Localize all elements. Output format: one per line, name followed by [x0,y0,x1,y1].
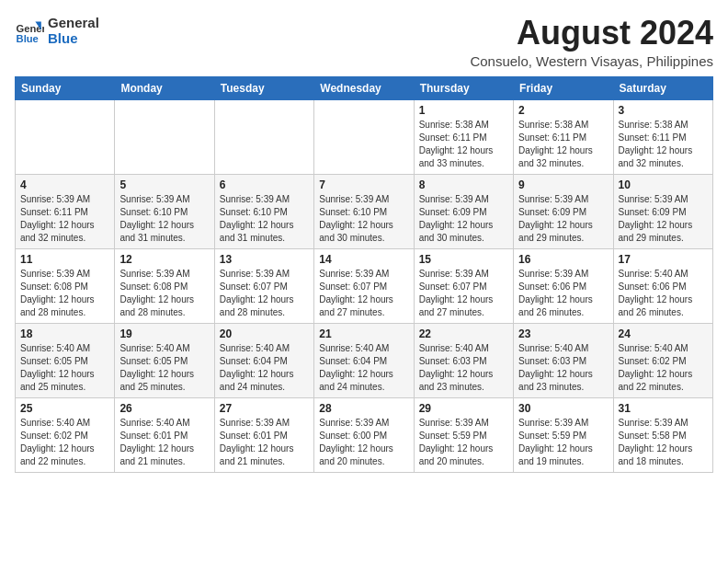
day-info: Sunrise: 5:39 AM Sunset: 5:58 PM Dayligh… [619,417,708,468]
day-cell: 18Sunrise: 5:40 AM Sunset: 6:05 PM Dayli… [16,323,115,397]
week-row-3: 11Sunrise: 5:39 AM Sunset: 6:08 PM Dayli… [16,248,713,323]
logo: General Blue General Blue [15,15,99,46]
day-number: 21 [319,327,408,340]
day-info: Sunrise: 5:39 AM Sunset: 6:10 PM Dayligh… [319,193,408,245]
day-number: 10 [619,178,708,191]
day-info: Sunrise: 5:40 AM Sunset: 6:03 PM Dayligh… [518,342,608,394]
day-info: Sunrise: 5:38 AM Sunset: 6:11 PM Dayligh… [619,119,708,170]
day-number: 31 [619,402,708,415]
week-row-1: 1Sunrise: 5:38 AM Sunset: 6:11 PM Daylig… [16,99,713,174]
day-info: Sunrise: 5:40 AM Sunset: 6:04 PM Dayligh… [319,342,408,394]
day-cell: 28Sunrise: 5:39 AM Sunset: 6:00 PM Dayli… [314,397,414,472]
weekday-header-monday: Monday [115,76,214,99]
day-cell: 23Sunrise: 5:40 AM Sunset: 6:03 PM Dayli… [514,323,613,397]
day-cell: 26Sunrise: 5:40 AM Sunset: 6:01 PM Dayli… [115,397,214,472]
day-cell: 16Sunrise: 5:39 AM Sunset: 6:06 PM Dayli… [514,248,613,323]
day-info: Sunrise: 5:40 AM Sunset: 6:02 PM Dayligh… [619,342,708,394]
day-number: 12 [119,253,209,266]
day-cell [214,99,313,174]
day-cell: 13Sunrise: 5:39 AM Sunset: 6:07 PM Dayli… [214,248,313,323]
day-number: 30 [518,402,608,415]
day-number: 18 [20,327,109,340]
day-number: 2 [518,104,608,117]
weekday-header-thursday: Thursday [414,76,513,99]
day-number: 16 [518,253,608,266]
day-number: 25 [20,402,109,415]
day-info: Sunrise: 5:38 AM Sunset: 6:11 PM Dayligh… [518,119,608,170]
day-info: Sunrise: 5:39 AM Sunset: 6:09 PM Dayligh… [619,193,708,245]
day-cell: 31Sunrise: 5:39 AM Sunset: 5:58 PM Dayli… [613,397,712,472]
day-number: 22 [419,327,508,340]
day-number: 6 [220,178,309,191]
day-cell: 21Sunrise: 5:40 AM Sunset: 6:04 PM Dayli… [314,323,414,397]
day-info: Sunrise: 5:40 AM Sunset: 6:04 PM Dayligh… [220,342,309,394]
day-cell: 8Sunrise: 5:39 AM Sunset: 6:09 PM Daylig… [414,174,513,248]
day-info: Sunrise: 5:40 AM Sunset: 6:05 PM Dayligh… [119,342,209,394]
day-info: Sunrise: 5:40 AM Sunset: 6:02 PM Dayligh… [20,417,109,468]
logo-general: General [48,15,99,30]
day-info: Sunrise: 5:38 AM Sunset: 6:11 PM Dayligh… [419,119,508,170]
day-cell: 9Sunrise: 5:39 AM Sunset: 6:09 PM Daylig… [514,174,613,248]
day-number: 14 [319,253,408,266]
day-cell: 1Sunrise: 5:38 AM Sunset: 6:11 PM Daylig… [414,99,513,174]
week-row-2: 4Sunrise: 5:39 AM Sunset: 6:11 PM Daylig… [16,174,713,248]
day-cell [16,99,115,174]
day-cell [115,99,214,174]
day-cell: 7Sunrise: 5:39 AM Sunset: 6:10 PM Daylig… [314,174,414,248]
day-info: Sunrise: 5:39 AM Sunset: 5:59 PM Dayligh… [419,417,508,468]
day-info: Sunrise: 5:40 AM Sunset: 6:03 PM Dayligh… [419,342,508,394]
svg-text:Blue: Blue [17,33,39,44]
day-number: 15 [419,253,508,266]
day-cell: 4Sunrise: 5:39 AM Sunset: 6:11 PM Daylig… [16,174,115,248]
day-cell: 2Sunrise: 5:38 AM Sunset: 6:11 PM Daylig… [514,99,613,174]
weekday-header-tuesday: Tuesday [214,76,313,99]
day-cell [314,99,414,174]
day-info: Sunrise: 5:39 AM Sunset: 6:00 PM Dayligh… [319,417,408,468]
logo-icon: General Blue [15,16,44,45]
day-info: Sunrise: 5:39 AM Sunset: 6:06 PM Dayligh… [518,268,608,319]
day-number: 1 [419,104,508,117]
day-cell: 17Sunrise: 5:40 AM Sunset: 6:06 PM Dayli… [613,248,712,323]
day-number: 17 [619,253,708,266]
day-info: Sunrise: 5:40 AM Sunset: 6:01 PM Dayligh… [119,417,209,468]
day-cell: 6Sunrise: 5:39 AM Sunset: 6:10 PM Daylig… [214,174,313,248]
weekday-header-row: SundayMondayTuesdayWednesdayThursdayFrid… [16,76,713,99]
day-info: Sunrise: 5:39 AM Sunset: 5:59 PM Dayligh… [518,417,608,468]
calendar: SundayMondayTuesdayWednesdayThursdayFrid… [15,76,713,473]
day-cell: 27Sunrise: 5:39 AM Sunset: 6:01 PM Dayli… [214,397,313,472]
week-row-5: 25Sunrise: 5:40 AM Sunset: 6:02 PM Dayli… [16,397,713,472]
day-number: 20 [220,327,309,340]
day-number: 29 [419,402,508,415]
day-cell: 29Sunrise: 5:39 AM Sunset: 5:59 PM Dayli… [414,397,513,472]
weekday-header-friday: Friday [514,76,613,99]
subtitle: Consuelo, Western Visayas, Philippines [470,53,713,69]
day-number: 5 [119,178,209,191]
day-number: 28 [319,402,408,415]
week-row-4: 18Sunrise: 5:40 AM Sunset: 6:05 PM Dayli… [16,323,713,397]
day-cell: 19Sunrise: 5:40 AM Sunset: 6:05 PM Dayli… [115,323,214,397]
day-cell: 15Sunrise: 5:39 AM Sunset: 6:07 PM Dayli… [414,248,513,323]
weekday-header-sunday: Sunday [16,76,115,99]
day-cell: 20Sunrise: 5:40 AM Sunset: 6:04 PM Dayli… [214,323,313,397]
day-number: 8 [419,178,508,191]
day-cell: 11Sunrise: 5:39 AM Sunset: 6:08 PM Dayli… [16,248,115,323]
day-info: Sunrise: 5:39 AM Sunset: 6:01 PM Dayligh… [220,417,309,468]
day-number: 23 [518,327,608,340]
day-info: Sunrise: 5:40 AM Sunset: 6:06 PM Dayligh… [619,268,708,319]
day-number: 9 [518,178,608,191]
day-cell: 14Sunrise: 5:39 AM Sunset: 6:07 PM Dayli… [314,248,414,323]
day-info: Sunrise: 5:39 AM Sunset: 6:09 PM Dayligh… [419,193,508,245]
day-number: 26 [119,402,209,415]
title-block: August 2024 Consuelo, Western Visayas, P… [470,15,713,69]
logo-blue: Blue [48,30,99,46]
day-cell: 25Sunrise: 5:40 AM Sunset: 6:02 PM Dayli… [16,397,115,472]
day-info: Sunrise: 5:39 AM Sunset: 6:07 PM Dayligh… [220,268,309,319]
day-info: Sunrise: 5:39 AM Sunset: 6:08 PM Dayligh… [119,268,209,319]
day-cell: 22Sunrise: 5:40 AM Sunset: 6:03 PM Dayli… [414,323,513,397]
main-title: August 2024 [470,15,713,52]
day-info: Sunrise: 5:39 AM Sunset: 6:07 PM Dayligh… [419,268,508,319]
day-info: Sunrise: 5:39 AM Sunset: 6:10 PM Dayligh… [220,193,309,245]
day-number: 27 [220,402,309,415]
day-info: Sunrise: 5:39 AM Sunset: 6:10 PM Dayligh… [119,193,209,245]
day-number: 7 [319,178,408,191]
